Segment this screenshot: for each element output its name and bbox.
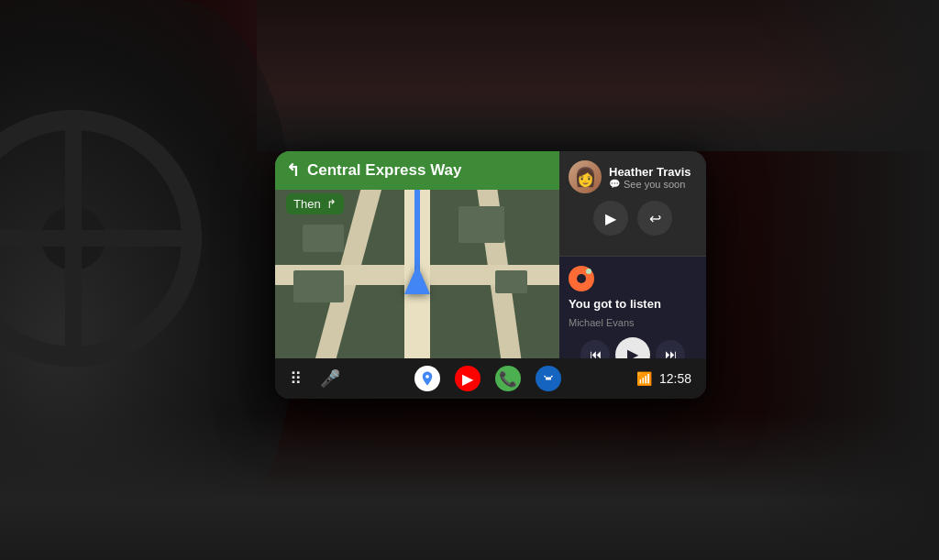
music-artist-name: Michael Evans [569, 317, 697, 328]
map-building [303, 225, 344, 252]
message-preview: 💬 See you soon [609, 179, 697, 190]
play-message-button[interactable]: ▶ [593, 201, 628, 236]
car-background: ↰ Central Express Way Then ↱ ✕ 23 min ● … [0, 0, 939, 560]
then-arrow-icon: ↱ [326, 197, 337, 211]
android-auto-screen: ↰ Central Express Way Then ↱ ✕ 23 min ● … [275, 151, 706, 399]
music-header [569, 266, 697, 291]
phone-app-button[interactable]: 📞 [495, 366, 521, 391]
then-label: Then [293, 197, 321, 211]
map-building [495, 270, 527, 293]
music-app-icon [569, 266, 594, 291]
taskbar-right: 📶 12:58 [636, 371, 691, 386]
avatar: 👩 [569, 160, 602, 193]
turn-arrow-icon: ↰ [286, 160, 300, 181]
youtube-app-button[interactable]: ▶ [455, 366, 481, 391]
dashboard-right [756, 0, 939, 560]
then-badge: Then ↱ [286, 193, 344, 214]
navigation-bar: ↰ Central Express Way [275, 151, 559, 190]
microphone-button[interactable]: 🎤 [320, 368, 340, 389]
message-header: 👩 Heather Travis 💬 See you soon [569, 160, 697, 193]
map-building [293, 270, 344, 302]
taskbar-left: ⠿ 🎤 [290, 368, 340, 389]
svg-point-0 [426, 375, 430, 379]
message-actions: ▶ ↩ [569, 201, 697, 236]
street-name: Central Express Way [307, 161, 548, 180]
reply-message-button[interactable]: ↩ [637, 201, 672, 236]
apps-grid-button[interactable]: ⠿ [290, 368, 302, 389]
maps-app-button[interactable] [414, 366, 440, 391]
steering-wheel [0, 110, 202, 367]
map-building [458, 206, 504, 243]
message-card: 👩 Heather Travis 💬 See you soon ▶ [559, 151, 706, 257]
message-icon: 💬 [609, 179, 620, 189]
system-time: 12:58 [659, 371, 691, 386]
avatar-image: 👩 [574, 166, 597, 188]
music-corner-dot [586, 269, 591, 274]
music-track-title: You got to listen [569, 297, 697, 312]
signal-icon: 📶 [636, 371, 652, 386]
android-app-button[interactable] [536, 366, 561, 391]
navigation-arrow [404, 265, 430, 294]
contact-info: Heather Travis 💬 See you soon [609, 165, 697, 190]
taskbar: ⠿ 🎤 ▶ 📞 [275, 358, 706, 399]
taskbar-apps: ▶ 📞 [414, 366, 561, 391]
contact-name: Heather Travis [609, 165, 697, 179]
